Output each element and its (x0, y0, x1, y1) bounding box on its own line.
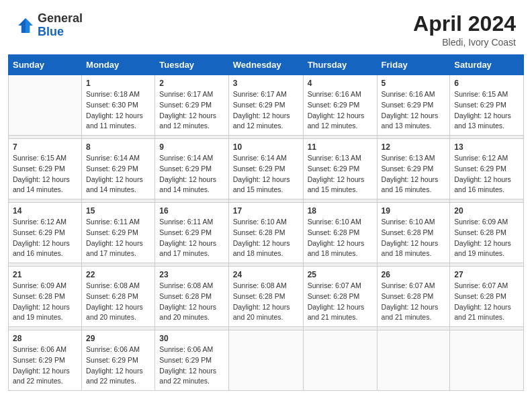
svg-marker-1 (26, 18, 33, 33)
day-number: 23 (159, 270, 224, 279)
calendar-cell: 6Sunrise: 6:15 AMSunset: 6:29 PMDaylight… (450, 75, 524, 136)
day-number: 25 (308, 270, 373, 279)
calendar-cell (228, 330, 303, 391)
logo-general-text: General (38, 11, 83, 25)
day-info: Sunrise: 6:09 AMSunset: 6:28 PMDaylight:… (13, 281, 77, 323)
day-number: 10 (233, 142, 299, 152)
day-number: 20 (454, 206, 519, 216)
calendar-week-row: 7Sunrise: 6:15 AMSunset: 6:29 PMDaylight… (9, 139, 524, 199)
logo: General Blue (16, 12, 83, 39)
day-info: Sunrise: 6:10 AMSunset: 6:28 PMDaylight:… (233, 217, 299, 259)
calendar-cell (377, 330, 450, 391)
day-number: 28 (13, 334, 77, 343)
calendar-header-saturday: Saturday (450, 55, 524, 75)
day-number: 22 (86, 270, 150, 279)
calendar-cell: 13Sunrise: 6:12 AMSunset: 6:29 PMDayligh… (450, 139, 524, 199)
day-number: 6 (454, 79, 519, 88)
day-number: 14 (13, 206, 77, 216)
day-info: Sunrise: 6:07 AMSunset: 6:28 PMDaylight:… (382, 281, 446, 323)
calendar-header-thursday: Thursday (303, 55, 377, 75)
day-info: Sunrise: 6:06 AMSunset: 6:29 PMDaylight:… (159, 345, 224, 387)
calendar-cell: 22Sunrise: 6:08 AMSunset: 6:28 PMDayligh… (82, 267, 155, 327)
calendar-cell: 20Sunrise: 6:09 AMSunset: 6:28 PMDayligh… (450, 203, 524, 263)
day-info: Sunrise: 6:12 AMSunset: 6:29 PMDaylight:… (13, 217, 77, 259)
day-info: Sunrise: 6:16 AMSunset: 6:29 PMDaylight:… (382, 89, 446, 132)
day-number: 11 (308, 142, 373, 152)
calendar-cell: 1Sunrise: 6:18 AMSunset: 6:30 PMDaylight… (82, 75, 155, 136)
day-number: 13 (454, 142, 519, 152)
day-number: 5 (382, 79, 446, 88)
calendar-cell: 18Sunrise: 6:10 AMSunset: 6:28 PMDayligh… (303, 203, 377, 263)
logo-blue-text: Blue (38, 25, 64, 38)
calendar-cell: 28Sunrise: 6:06 AMSunset: 6:29 PMDayligh… (9, 330, 82, 391)
calendar-cell: 12Sunrise: 6:13 AMSunset: 6:29 PMDayligh… (377, 139, 450, 199)
day-number: 3 (233, 79, 299, 88)
calendar-cell (9, 75, 82, 136)
day-number: 19 (382, 206, 446, 216)
day-info: Sunrise: 6:08 AMSunset: 6:28 PMDaylight:… (159, 281, 224, 323)
calendar-week-row: 21Sunrise: 6:09 AMSunset: 6:28 PMDayligh… (9, 267, 524, 327)
calendar-wrapper: SundayMondayTuesdayWednesdayThursdayFrid… (0, 54, 532, 399)
calendar-header-sunday: Sunday (9, 55, 82, 75)
calendar-cell: 3Sunrise: 6:17 AMSunset: 6:29 PMDaylight… (228, 75, 303, 136)
day-info: Sunrise: 6:12 AMSunset: 6:29 PMDaylight:… (454, 153, 519, 195)
day-number: 7 (13, 142, 77, 152)
day-number: 26 (382, 270, 446, 279)
calendar-cell: 15Sunrise: 6:11 AMSunset: 6:29 PMDayligh… (82, 203, 155, 263)
calendar-cell (450, 330, 524, 391)
calendar-cell: 9Sunrise: 6:14 AMSunset: 6:29 PMDaylight… (155, 139, 228, 199)
calendar-cell: 16Sunrise: 6:11 AMSunset: 6:29 PMDayligh… (155, 203, 228, 263)
day-number: 1 (86, 79, 150, 88)
calendar-week-row: 1Sunrise: 6:18 AMSunset: 6:30 PMDaylight… (9, 75, 524, 136)
day-number: 12 (382, 142, 446, 152)
calendar-header-wednesday: Wednesday (228, 55, 303, 75)
day-number: 4 (308, 79, 373, 88)
calendar-cell: 26Sunrise: 6:07 AMSunset: 6:28 PMDayligh… (377, 267, 450, 327)
calendar-cell (303, 330, 377, 391)
calendar-cell: 17Sunrise: 6:10 AMSunset: 6:28 PMDayligh… (228, 203, 303, 263)
day-info: Sunrise: 6:11 AMSunset: 6:29 PMDaylight:… (159, 217, 224, 259)
calendar-cell: 27Sunrise: 6:07 AMSunset: 6:28 PMDayligh… (450, 267, 524, 327)
calendar-cell: 10Sunrise: 6:14 AMSunset: 6:29 PMDayligh… (228, 139, 303, 199)
title-block: April 2024 Bledi, Ivory Coast (413, 12, 516, 48)
day-info: Sunrise: 6:16 AMSunset: 6:29 PMDaylight:… (308, 89, 373, 132)
calendar-cell: 21Sunrise: 6:09 AMSunset: 6:28 PMDayligh… (9, 267, 82, 327)
page-header: General Blue April 2024 Bledi, Ivory Coa… (0, 0, 532, 54)
day-info: Sunrise: 6:11 AMSunset: 6:29 PMDaylight:… (86, 217, 150, 259)
calendar-header-tuesday: Tuesday (155, 55, 228, 75)
calendar-header-friday: Friday (377, 55, 450, 75)
calendar-cell: 5Sunrise: 6:16 AMSunset: 6:29 PMDaylight… (377, 75, 450, 136)
calendar-cell: 4Sunrise: 6:16 AMSunset: 6:29 PMDaylight… (303, 75, 377, 136)
logo-icon (16, 16, 35, 35)
day-info: Sunrise: 6:06 AMSunset: 6:29 PMDaylight:… (86, 345, 150, 387)
day-number: 18 (308, 206, 373, 216)
calendar-cell: 24Sunrise: 6:08 AMSunset: 6:28 PMDayligh… (228, 267, 303, 327)
day-number: 27 (454, 270, 519, 279)
calendar-week-row: 14Sunrise: 6:12 AMSunset: 6:29 PMDayligh… (9, 203, 524, 263)
day-info: Sunrise: 6:18 AMSunset: 6:30 PMDaylight:… (86, 89, 150, 132)
day-info: Sunrise: 6:14 AMSunset: 6:29 PMDaylight:… (233, 153, 299, 195)
day-info: Sunrise: 6:14 AMSunset: 6:29 PMDaylight:… (86, 153, 150, 195)
day-info: Sunrise: 6:13 AMSunset: 6:29 PMDaylight:… (382, 153, 446, 195)
day-number: 9 (159, 142, 224, 152)
day-info: Sunrise: 6:07 AMSunset: 6:28 PMDaylight:… (454, 281, 519, 323)
calendar-header-monday: Monday (82, 55, 155, 75)
day-info: Sunrise: 6:09 AMSunset: 6:28 PMDaylight:… (454, 217, 519, 259)
day-number: 21 (13, 270, 77, 279)
calendar-cell: 19Sunrise: 6:10 AMSunset: 6:28 PMDayligh… (377, 203, 450, 263)
day-number: 17 (233, 206, 299, 216)
day-number: 16 (159, 206, 224, 216)
day-number: 29 (86, 334, 150, 343)
calendar-cell: 23Sunrise: 6:08 AMSunset: 6:28 PMDayligh… (155, 267, 228, 327)
month-year-title: April 2024 (413, 12, 516, 36)
location-subtitle: Bledi, Ivory Coast (413, 37, 516, 48)
calendar-cell: 30Sunrise: 6:06 AMSunset: 6:29 PMDayligh… (155, 330, 228, 391)
calendar-cell: 2Sunrise: 6:17 AMSunset: 6:29 PMDaylight… (155, 75, 228, 136)
calendar-cell: 8Sunrise: 6:14 AMSunset: 6:29 PMDaylight… (82, 139, 155, 199)
day-info: Sunrise: 6:15 AMSunset: 6:29 PMDaylight:… (13, 153, 77, 195)
day-info: Sunrise: 6:08 AMSunset: 6:28 PMDaylight:… (86, 281, 150, 323)
day-info: Sunrise: 6:10 AMSunset: 6:28 PMDaylight:… (382, 217, 446, 259)
calendar-header-row: SundayMondayTuesdayWednesdayThursdayFrid… (9, 55, 524, 75)
calendar-cell: 14Sunrise: 6:12 AMSunset: 6:29 PMDayligh… (9, 203, 82, 263)
day-number: 30 (159, 334, 224, 343)
